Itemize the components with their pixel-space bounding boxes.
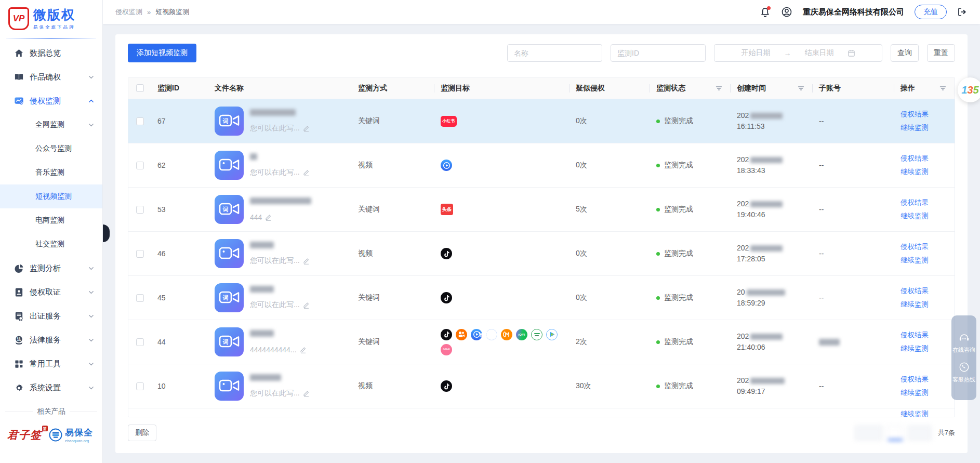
name-filter-input[interactable] (507, 44, 602, 62)
avatar-icon[interactable] (781, 6, 792, 18)
status-dot (656, 296, 660, 300)
edit-pencil-icon[interactable] (303, 125, 310, 132)
filter-icon[interactable] (798, 85, 804, 91)
suspected-count-cell: 0次 (570, 276, 650, 320)
row-checkbox[interactable] (136, 338, 144, 346)
add-monitor-button[interactable]: 添加短视频监测 (128, 44, 196, 62)
empty-cell (650, 408, 731, 417)
file-info: 您可以在此写... (250, 284, 310, 311)
sidebar-subitem-全网监测[interactable]: 全网监测 (0, 113, 102, 137)
action-link-侵权结果[interactable]: 侵权结果 (900, 198, 929, 207)
file-subtitle[interactable]: 您可以在此写... (250, 300, 310, 310)
recharge-button[interactable]: 充值 (915, 5, 947, 19)
brand-logo: VP 微版权 易保全旗下品牌 (0, 0, 102, 35)
reset-button[interactable]: 重置 (927, 44, 955, 62)
notification-bell-icon[interactable] (760, 7, 771, 18)
file-subtitle[interactable]: 您可以在此写... (250, 389, 310, 398)
query-button[interactable]: 查询 (891, 44, 919, 62)
action-link-继续监测[interactable]: 继续监测 (900, 211, 929, 221)
logout-icon[interactable] (957, 7, 968, 17)
sidebar-item-系统设置[interactable]: 系统设置 (0, 376, 102, 400)
edit-pencil-icon[interactable] (265, 214, 272, 221)
filter-icon[interactable] (939, 85, 946, 91)
topbar-right: 重庆易保全网络科技有限公司 充值 (760, 5, 968, 19)
filter-icon[interactable] (716, 85, 722, 91)
ebaoquan-logo[interactable]: 易保全 ebaoquan.org (49, 427, 93, 443)
action-link-侵权结果[interactable]: 侵权结果 (900, 154, 929, 163)
edit-pencil-icon[interactable] (303, 301, 310, 309)
sidebar-item-出证服务[interactable]: 出证服务 (0, 304, 102, 328)
action-link-侵权结果[interactable]: 侵权结果 (900, 242, 929, 252)
chevron-down-icon (88, 74, 94, 80)
table-header: 监测ID文件名称监测方式监测目标疑似侵权监测状态创建时间子账号操作 (128, 77, 955, 99)
chevron-down-icon (88, 337, 94, 343)
edit-pencil-icon[interactable] (300, 346, 307, 353)
sidebar-item-label: 出证服务 (30, 311, 61, 321)
file-subtitle[interactable]: 您可以在此写... (250, 124, 310, 133)
sidebar-subitem-电商监测[interactable]: 电商监测 (0, 208, 102, 232)
file-subtitle[interactable]: 您可以在此写... (250, 256, 310, 266)
sidebar-item-监测分析[interactable]: 监测分析 (0, 256, 102, 280)
action-link-继续监测[interactable]: 继续监测 (900, 256, 929, 265)
company-name: 重庆易保全网络科技有限公司 (803, 7, 904, 17)
editor-135-badge[interactable]: 135 (958, 77, 980, 102)
monitor-status-cell: 监测完成 (650, 320, 731, 364)
sidebar-subitem-音乐监测[interactable]: 音乐监测 (0, 161, 102, 184)
notification-dot (767, 6, 771, 10)
sidebar-item-作品确权[interactable]: 作品确权 (0, 65, 102, 89)
action-link-继续监测[interactable]: 继续监测 (900, 123, 929, 133)
action-link-继续监测[interactable]: 继续监测 (900, 388, 929, 398)
delete-button[interactable]: 删除 (128, 425, 156, 441)
file-subtitle[interactable]: 444 (250, 213, 311, 221)
created-time-cell: 20209:49:17 (731, 364, 813, 408)
file-subtitle[interactable]: 您可以在此写... (250, 168, 310, 177)
date-range-picker[interactable]: 开始日期 → 结束日期 (714, 44, 882, 62)
chevron-down-icon (88, 313, 94, 319)
redacted-date (747, 289, 785, 296)
status-dot (656, 164, 660, 167)
row-checkbox[interactable] (136, 382, 144, 390)
action-cell: 侵权结果继续监测 (894, 188, 955, 231)
file-info: 4444444444... (250, 328, 307, 355)
online-consult-button[interactable]: 在线咨询 (952, 330, 975, 356)
created-clock: 21:40:06 (737, 342, 765, 353)
service-hotline-button[interactable]: 客服热线 (952, 359, 975, 386)
edit-pencil-icon[interactable] (303, 257, 310, 264)
row-checkbox[interactable] (136, 162, 144, 169)
created-clock: 09:49:17 (737, 386, 765, 397)
monitor-icon (14, 96, 24, 106)
row-checkbox[interactable] (136, 206, 144, 214)
action-link-继续监测[interactable]: 继续监测 (900, 167, 929, 177)
sidebar-item-侵权取证[interactable]: 侵权取证 (0, 280, 102, 304)
pagination-redacted[interactable] (855, 425, 932, 441)
monitor-id-filter-input[interactable] (611, 44, 706, 62)
action-link-侵权结果[interactable]: 侵权结果 (900, 286, 929, 296)
action-link-侵权结果[interactable]: 侵权结果 (900, 110, 929, 119)
select-all-checkbox[interactable] (136, 84, 144, 92)
suspected-count-cell: 0次 (570, 232, 650, 275)
row-checkbox[interactable] (136, 250, 144, 258)
app-root: VP 微版权 易保全旗下品牌 数据总览作品确权侵权监测全网监测公众号监测音乐监测… (0, 0, 980, 463)
sidebar-subitem-公众号监测[interactable]: 公众号监测 (0, 137, 102, 161)
action-cell: 侵权结果继续监测 (894, 99, 955, 143)
action-link-侵权结果[interactable]: 侵权结果 (900, 330, 929, 340)
action-link-继续监测[interactable]: 继续监测 (900, 344, 929, 353)
row-checkbox[interactable] (136, 117, 144, 125)
sidebar-item-法律服务[interactable]: 法法律服务 (0, 328, 102, 352)
edit-pencil-icon[interactable] (303, 390, 310, 397)
action-link-继续监测[interactable]: 继续监测 (900, 300, 929, 309)
table-row: 10您可以在此写...视频30次监测完成20209:49:17--侵权结果继续监… (128, 364, 955, 408)
sidebar-item-侵权监测[interactable]: 侵权监测 (0, 89, 102, 113)
edit-pencil-icon[interactable] (303, 169, 310, 176)
sidebar-item-数据总览[interactable]: 数据总览 (0, 41, 102, 65)
junziqian-logo[interactable]: 君子签 签 (7, 428, 42, 442)
action-link-侵权结果[interactable]: 侵权结果 (900, 375, 929, 384)
breadcrumb-parent[interactable]: 侵权监测 (115, 7, 142, 17)
file-subtitle[interactable]: 4444444444... (250, 346, 307, 354)
sidebar-subitem-短视频监测[interactable]: 短视频监测 (0, 184, 102, 208)
sidebar-item-常用工具[interactable]: 常用工具 (0, 352, 102, 376)
row-checkbox[interactable] (136, 294, 144, 302)
xiaohongshu-platform-icon: 小红书 (441, 116, 457, 127)
sidebar-subitem-社交监测[interactable]: 社交监测 (0, 232, 102, 256)
action-link-继续监测[interactable]: 继续监测 (900, 409, 929, 417)
